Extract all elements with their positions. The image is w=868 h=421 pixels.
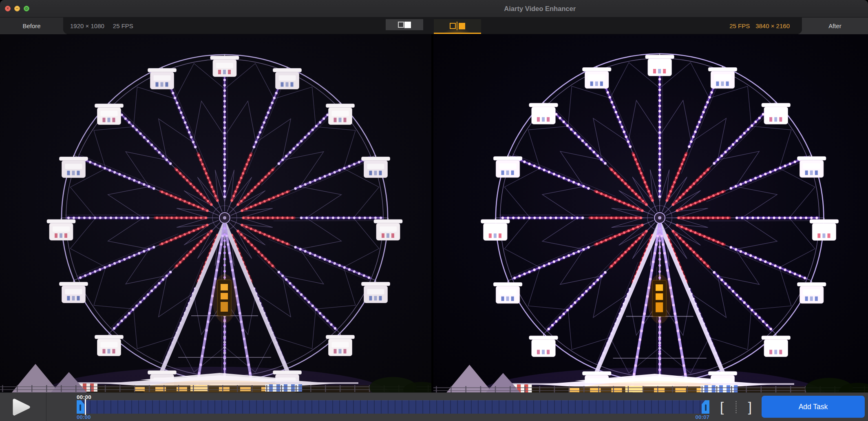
close-button[interactable]: × — [5, 6, 11, 11]
controls-divider — [46, 393, 46, 421]
zoom-button[interactable]: ⊘ — [24, 6, 29, 11]
play-button[interactable] — [7, 396, 38, 418]
play-icon — [11, 397, 32, 417]
after-resolution-label: 3840 × 2160 — [755, 22, 790, 29]
close-icon: × — [7, 7, 9, 11]
trim-start-label: 00:00 — [77, 414, 91, 420]
trim-close-bracket-icon: ] — [748, 399, 752, 415]
split-view-button[interactable] — [434, 19, 481, 33]
trim-end-handle[interactable] — [702, 400, 709, 414]
traffic-lights: × − ⊘ — [5, 6, 29, 11]
before-resolution-label: 1920 × 1080 — [70, 22, 104, 29]
trim-start-handle[interactable] — [77, 400, 84, 414]
playhead[interactable] — [85, 399, 86, 415]
compare-preview — [0, 34, 868, 392]
topbar: Before 1920 × 1080 25 FPS 25 FPS 3840 × … — [0, 18, 868, 34]
window-title: Aiarty Video Enhancer — [504, 0, 576, 18]
single-view-button[interactable] — [386, 19, 423, 30]
tab-after[interactable]: After — [802, 18, 868, 34]
trim-open-bracket-icon: [ — [720, 399, 724, 415]
minimize-button[interactable]: − — [14, 6, 20, 11]
after-meta: 25 FPS 3840 × 2160 — [729, 18, 790, 34]
before-fps-label: 25 FPS — [113, 22, 133, 29]
before-meta: 1920 × 1080 25 FPS — [70, 18, 133, 34]
trim-dashed-line-icon — [736, 401, 736, 413]
timeline-track[interactable] — [77, 400, 709, 414]
trim-end-grip-icon — [705, 404, 707, 411]
trim-end-label: 00:07 — [677, 414, 709, 420]
current-time-label: 00:00 — [77, 394, 91, 400]
after-preview-image[interactable] — [433, 34, 868, 392]
minimize-icon: − — [16, 7, 18, 11]
before-preview-image[interactable] — [0, 34, 431, 392]
split-view-icon — [450, 22, 465, 30]
player-controls: 00:00 00:00 00:07 [ ] Add Task — [0, 392, 868, 421]
tab-before-label: Before — [22, 22, 40, 29]
app-window: × − ⊘ Aiarty Video Enhancer Before 1920 … — [0, 0, 868, 421]
trim-start-grip-icon — [80, 404, 81, 411]
tab-after-label: After — [828, 22, 841, 29]
titlebar: × − ⊘ Aiarty Video Enhancer — [0, 0, 868, 18]
ferris-wheel-before — [0, 34, 431, 392]
add-task-button[interactable]: Add Task — [762, 396, 865, 418]
after-fps-label: 25 FPS — [729, 22, 750, 29]
ferris-wheel-after — [433, 34, 868, 392]
tab-before[interactable]: Before — [0, 18, 63, 34]
zoom-disabled-icon: ⊘ — [25, 7, 28, 11]
trim-range-button[interactable]: [ ] — [720, 398, 752, 416]
single-view-icon — [398, 22, 411, 28]
